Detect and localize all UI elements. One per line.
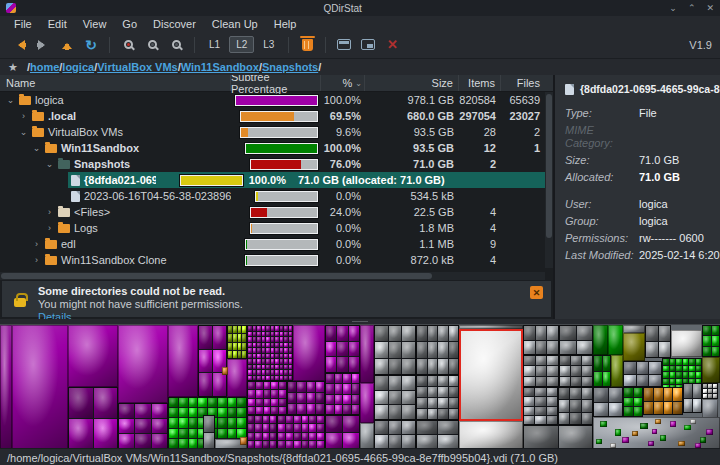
breadcrumb-link-home[interactable]: home bbox=[30, 61, 59, 73]
treemap-tile[interactable] bbox=[660, 435, 666, 441]
treemap-subtile[interactable] bbox=[326, 326, 336, 341]
treemap-subtile[interactable] bbox=[264, 407, 271, 414]
treemap-subtile[interactable] bbox=[189, 439, 198, 448]
treemap-tile[interactable] bbox=[523, 355, 559, 387]
expander-icon[interactable]: › bbox=[44, 223, 55, 233]
treemap-subtile[interactable] bbox=[712, 326, 720, 335]
treemap-subtile[interactable] bbox=[248, 424, 254, 431]
treemap-subtile[interactable] bbox=[317, 416, 324, 423]
treemap-subtile[interactable] bbox=[659, 326, 671, 341]
treemap-subtile[interactable] bbox=[449, 359, 459, 374]
table-row[interactable]: ›edl0.0%1.1 MB9 bbox=[0, 236, 553, 252]
header-items[interactable]: Items bbox=[459, 75, 501, 91]
treemap-subtile[interactable] bbox=[663, 372, 669, 378]
treemap-subtile[interactable] bbox=[280, 359, 284, 364]
table-row[interactable]: ⌄Snapshots76.0%71.0 GB2 bbox=[0, 156, 553, 172]
treemap-subtile[interactable] bbox=[535, 407, 545, 415]
treemap-subtile[interactable] bbox=[634, 388, 643, 397]
treemap-subtile[interactable] bbox=[289, 337, 293, 342]
treemap-subtile[interactable] bbox=[547, 326, 558, 340]
treemap-subtile[interactable] bbox=[307, 382, 315, 392]
treemap-subtile[interactable] bbox=[238, 351, 242, 358]
treemap-subtile[interactable] bbox=[712, 347, 720, 356]
treemap-subtile[interactable] bbox=[264, 382, 271, 389]
treemap-subtile[interactable] bbox=[343, 405, 351, 414]
treemap-subtile[interactable] bbox=[218, 408, 227, 417]
treemap-subtile[interactable] bbox=[352, 374, 360, 383]
treemap-tile[interactable] bbox=[374, 375, 416, 420]
treemap-subtile[interactable] bbox=[559, 413, 569, 424]
treemap-subtile[interactable] bbox=[703, 394, 707, 398]
treemap-subtile[interactable] bbox=[275, 376, 279, 381]
treemap-subtile[interactable] bbox=[135, 434, 150, 448]
close-icon[interactable]: ✕ bbox=[706, 3, 714, 13]
treemap-subtile[interactable] bbox=[284, 354, 288, 359]
treemap-subtile[interactable] bbox=[594, 388, 608, 402]
treemap-tile[interactable] bbox=[623, 333, 645, 361]
treemap-tile[interactable] bbox=[374, 325, 416, 375]
treemap-subtile[interactable] bbox=[316, 393, 324, 403]
treemap-tile[interactable] bbox=[559, 355, 593, 387]
treemap-subtile[interactable] bbox=[535, 416, 545, 424]
treemap-subtile[interactable] bbox=[547, 377, 558, 386]
table-row[interactable]: ›Win11Sandbox Clone0.0%872.0 kB4 bbox=[0, 252, 553, 268]
menu-edit[interactable]: Edit bbox=[40, 18, 75, 30]
treemap-tile[interactable] bbox=[325, 325, 360, 373]
treemap-tile[interactable] bbox=[648, 441, 654, 446]
treemap-subtile[interactable] bbox=[624, 398, 633, 407]
treemap-tile[interactable] bbox=[702, 399, 718, 419]
treemap-subtile[interactable] bbox=[663, 366, 669, 372]
treemap-subtile[interactable] bbox=[637, 375, 649, 387]
treemap-subtile[interactable] bbox=[438, 421, 458, 434]
treemap-subtile[interactable] bbox=[664, 388, 673, 401]
treemap-subtile[interactable] bbox=[637, 362, 649, 374]
treemap-subtile[interactable] bbox=[289, 343, 293, 348]
treemap-subtile[interactable] bbox=[624, 388, 633, 397]
treemap-subtile[interactable] bbox=[279, 407, 286, 414]
table-row[interactable]: ›.local69.5%680.0 GB29705423027 bbox=[0, 108, 553, 124]
treemap-subtile[interactable] bbox=[280, 365, 284, 370]
treemap-subtile[interactable] bbox=[288, 382, 296, 392]
treemap-subtile[interactable] bbox=[289, 370, 293, 375]
treemap-subtile[interactable] bbox=[208, 398, 217, 407]
treemap-subtile[interactable] bbox=[417, 398, 427, 408]
treemap-subtile[interactable] bbox=[389, 391, 402, 405]
treemap-subtile[interactable] bbox=[375, 359, 388, 374]
hscroll-thumb[interactable] bbox=[1, 273, 432, 279]
treemap-subtile[interactable] bbox=[266, 370, 270, 375]
treemap-subtile[interactable] bbox=[449, 376, 459, 386]
treemap-subtile[interactable] bbox=[389, 342, 402, 357]
treemap-subtile[interactable] bbox=[316, 382, 324, 392]
treemap-tile[interactable] bbox=[632, 431, 638, 436]
treemap-subtile[interactable] bbox=[352, 384, 360, 393]
treemap-subtile[interactable] bbox=[582, 400, 592, 411]
treemap-tile[interactable] bbox=[608, 325, 623, 355]
treemap-subtile[interactable] bbox=[438, 387, 448, 397]
table-row[interactable]: {8dfda021-0695-4665-99ca-8e7ffb995b04}.v… bbox=[0, 172, 553, 188]
expander-icon[interactable]: ⌄ bbox=[5, 95, 16, 105]
treemap-subtile[interactable] bbox=[262, 376, 266, 381]
treemap-tile[interactable] bbox=[247, 381, 287, 415]
forward-button[interactable] bbox=[32, 34, 54, 56]
treemap-subtile[interactable] bbox=[280, 354, 284, 359]
treemap-tile[interactable] bbox=[671, 330, 702, 357]
menu-view[interactable]: View bbox=[75, 18, 115, 30]
treemap-subtile[interactable] bbox=[169, 429, 178, 438]
treemap-tile[interactable] bbox=[12, 325, 68, 448]
treemap-subtile[interactable] bbox=[284, 332, 288, 337]
treemap-subtile[interactable] bbox=[257, 332, 261, 337]
treemap-subtile[interactable] bbox=[242, 343, 246, 350]
treemap-subtile[interactable] bbox=[271, 337, 275, 342]
warning-close-button[interactable]: ✕ bbox=[530, 286, 543, 299]
treemap-subtile[interactable] bbox=[536, 341, 547, 355]
treemap-subtile[interactable] bbox=[289, 354, 293, 359]
treemap-subtile[interactable] bbox=[352, 405, 360, 414]
treemap-subtile[interactable] bbox=[262, 370, 266, 375]
treemap-subtile[interactable] bbox=[286, 441, 293, 448]
treemap-subtile[interactable] bbox=[684, 399, 692, 413]
treemap-subtile[interactable] bbox=[218, 398, 227, 407]
treemap-subtile[interactable] bbox=[670, 366, 676, 372]
expander-icon[interactable]: › bbox=[44, 207, 55, 217]
vscroll-thumb[interactable] bbox=[546, 94, 552, 238]
treemap-subtile[interactable] bbox=[297, 382, 305, 392]
